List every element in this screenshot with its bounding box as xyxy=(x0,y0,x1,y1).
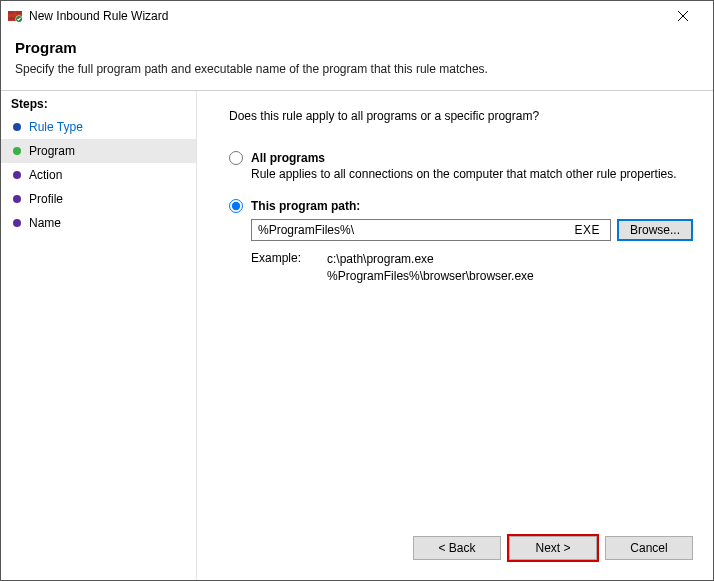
step-program[interactable]: Program xyxy=(1,139,196,163)
step-label: Action xyxy=(29,168,62,182)
bullet-icon xyxy=(13,147,21,155)
close-button[interactable] xyxy=(661,2,705,30)
close-icon xyxy=(678,11,688,21)
example-path-1: c:\path\program.exe xyxy=(327,251,534,268)
back-button[interactable]: < Back xyxy=(413,536,501,560)
page-description: Specify the full program path and execut… xyxy=(15,62,699,76)
program-path-value: %ProgramFiles%\ xyxy=(258,223,574,237)
program-path-ext: EXE xyxy=(574,223,604,237)
desc-all-programs: Rule applies to all connections on the c… xyxy=(251,167,693,181)
step-rule-type[interactable]: Rule Type xyxy=(1,115,196,139)
option-all-programs: All programs Rule applies to all connect… xyxy=(229,151,693,181)
next-button[interactable]: Next > xyxy=(509,536,597,560)
wizard-window: New Inbound Rule Wizard Program Specify … xyxy=(0,0,714,581)
radio-this-program[interactable] xyxy=(229,199,243,213)
steps-heading: Steps: xyxy=(1,91,196,115)
label-all-programs: All programs xyxy=(251,151,325,165)
bullet-icon xyxy=(13,123,21,131)
titlebar: New Inbound Rule Wizard xyxy=(1,1,713,31)
option-this-program: This program path: %ProgramFiles%\ EXE B… xyxy=(229,199,693,285)
program-path-input[interactable]: %ProgramFiles%\ EXE xyxy=(251,219,611,241)
step-label: Profile xyxy=(29,192,63,206)
example-path-2: %ProgramFiles%\browser\browser.exe xyxy=(327,268,534,285)
wizard-body: Steps: Rule Type Program Action Profile … xyxy=(1,91,713,580)
bullet-icon xyxy=(13,195,21,203)
label-this-program: This program path: xyxy=(251,199,360,213)
radio-all-programs[interactable] xyxy=(229,151,243,165)
browse-button[interactable]: Browse... xyxy=(617,219,693,241)
page-header: Program Specify the full program path an… xyxy=(1,31,713,90)
question-text: Does this rule apply to all programs or … xyxy=(229,109,693,123)
step-name[interactable]: Name xyxy=(1,211,196,235)
example-label: Example: xyxy=(251,251,301,285)
window-title: New Inbound Rule Wizard xyxy=(29,9,661,23)
cancel-button[interactable]: Cancel xyxy=(605,536,693,560)
svg-rect-4 xyxy=(11,14,13,17)
footer-buttons: < Back Next > Cancel xyxy=(229,536,693,568)
step-label: Name xyxy=(29,216,61,230)
steps-sidebar: Steps: Rule Type Program Action Profile … xyxy=(1,91,197,580)
step-action[interactable]: Action xyxy=(1,163,196,187)
step-label: Rule Type xyxy=(29,120,83,134)
step-profile[interactable]: Profile xyxy=(1,187,196,211)
bullet-icon xyxy=(13,219,21,227)
svg-rect-3 xyxy=(14,11,16,14)
page-title: Program xyxy=(15,39,699,56)
content-pane: Does this rule apply to all programs or … xyxy=(197,91,713,580)
step-label: Program xyxy=(29,144,75,158)
example-block: Example: c:\path\program.exe %ProgramFil… xyxy=(251,251,693,285)
firewall-icon xyxy=(7,8,23,24)
bullet-icon xyxy=(13,171,21,179)
